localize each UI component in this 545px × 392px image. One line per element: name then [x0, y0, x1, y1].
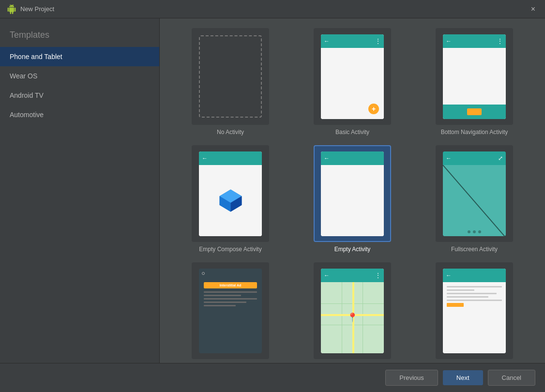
- basic-body: +: [321, 48, 384, 119]
- bottom-dots: [443, 230, 506, 233]
- thumb-google-maps: ← ⋮ 📍: [314, 262, 391, 359]
- empty-topbar: ←: [321, 151, 384, 165]
- template-empty-activity[interactable]: ← Empty Activity: [296, 145, 409, 253]
- template-empty-compose[interactable]: ← Empty Com: [174, 145, 287, 253]
- fullscreen-diagonal: [443, 165, 506, 236]
- dot-3: [478, 230, 481, 233]
- fullscreen-mockup: ← ⤢: [443, 151, 506, 236]
- thumb-scrolling: ←: [436, 262, 513, 359]
- template-label-fullscreen: Fullscreen Activity: [451, 246, 498, 253]
- sidebar-item-automotive[interactable]: Automotive: [0, 105, 159, 124]
- compose-cube-icon: [217, 187, 244, 214]
- thumb-empty-compose: ←: [192, 145, 269, 242]
- line-2: [204, 295, 241, 296]
- scrolling-topbar: ←: [443, 269, 506, 282]
- thumb-fullscreen: ← ⤢: [436, 145, 513, 242]
- menu-icon-3: ⋮: [375, 272, 381, 279]
- bottom-nav-topbar: ← ⋮: [443, 34, 506, 48]
- template-label-compose: Empty Compose Activity: [199, 246, 261, 253]
- scroll-line-5: [447, 300, 502, 301]
- scroll-line-2: [447, 289, 474, 291]
- content-area: No Activity ← ⋮ +: [160, 18, 545, 363]
- interstitial-ad-box: Interstitial Ad: [204, 282, 257, 288]
- back-icon-4: ←: [324, 155, 330, 162]
- title-bar: New Project ×: [0, 0, 545, 18]
- new-project-dialog: New Project × Templates Phone and Tablet…: [0, 0, 545, 392]
- grid-v-1: [342, 282, 342, 353]
- thumb-interstitial-ad: Interstitial Ad: [192, 262, 269, 359]
- map-body: 📍: [321, 282, 384, 353]
- template-label-basic: Basic Activity: [335, 129, 369, 136]
- templates-grid: No Activity ← ⋮ +: [174, 28, 530, 363]
- template-no-activity[interactable]: No Activity: [174, 28, 287, 136]
- map-topbar: ← ⋮: [321, 269, 384, 282]
- sidebar-item-wear-os[interactable]: Wear OS: [0, 66, 159, 86]
- dot-2: [473, 230, 476, 233]
- back-icon-7: ←: [446, 272, 452, 279]
- line-5: [204, 305, 236, 306]
- template-bottom-nav[interactable]: ← ⋮ Bottom Navigation Activity: [418, 28, 530, 136]
- dashed-outline: [199, 35, 262, 118]
- compose-mockup: ←: [199, 151, 262, 236]
- interstitial-mockup: Interstitial Ad: [199, 269, 262, 353]
- sidebar: Templates Phone and Tablet Wear OS Andro…: [0, 18, 160, 363]
- template-basic-activity[interactable]: ← ⋮ + Basic Activity: [296, 28, 409, 136]
- back-icon-5: ←: [446, 155, 452, 162]
- next-button[interactable]: Next: [443, 370, 483, 385]
- phone-basic: ← ⋮ +: [321, 34, 384, 119]
- interstitial-lines: [199, 288, 262, 308]
- line-4: [204, 302, 246, 303]
- template-fullscreen[interactable]: ← ⤢: [418, 145, 530, 253]
- scroll-line-4: [447, 296, 488, 298]
- thumb-bottom-nav: ← ⋮: [436, 28, 513, 125]
- grid-v-2: [363, 282, 363, 353]
- svg-line-4: [443, 165, 506, 236]
- compose-topbar: ←: [199, 151, 262, 165]
- dialog-title: New Project: [20, 5, 54, 13]
- template-interstitial-ad[interactable]: Interstitial Ad Interstitial Ad: [174, 262, 287, 363]
- previous-button[interactable]: Previous: [385, 370, 438, 386]
- map-pin: 📍: [347, 313, 358, 323]
- thumb-no-activity: [192, 28, 269, 125]
- line-1: [204, 291, 257, 293]
- diagonal-svg: [443, 165, 506, 236]
- cancel-button[interactable]: Cancel: [488, 370, 535, 386]
- template-label-empty: Empty Activity: [334, 246, 371, 253]
- scrolling-mockup: ←: [443, 269, 506, 353]
- bottom-nav-body: [443, 48, 506, 105]
- empty-body: [321, 165, 384, 236]
- interstitial-dot: [202, 272, 205, 275]
- template-label-no-activity: No Activity: [217, 129, 244, 136]
- android-icon: [7, 4, 16, 14]
- sidebar-section-label: Templates: [0, 26, 159, 47]
- title-bar-left: New Project: [7, 4, 54, 14]
- scroll-line-1: [447, 286, 502, 287]
- bottom-bar: Previous Next Cancel: [0, 363, 545, 392]
- interstitial-topbar: [199, 269, 262, 278]
- scrolling-body: [443, 282, 506, 353]
- phone-empty: ←: [321, 151, 384, 236]
- thumb-basic-activity: ← ⋮ +: [314, 28, 391, 125]
- scroll-btn: [447, 303, 464, 307]
- main-content: Templates Phone and Tablet Wear OS Andro…: [0, 18, 545, 363]
- bottom-nav-bar: [443, 105, 506, 119]
- sidebar-item-android-tv[interactable]: Android TV: [0, 86, 159, 105]
- phone-bottom-nav: ← ⋮: [443, 34, 506, 119]
- template-google-maps[interactable]: ← ⋮ 📍: [296, 262, 409, 363]
- thumb-empty-activity: ←: [314, 145, 391, 242]
- menu-icon: ⋮: [375, 38, 381, 45]
- template-scrolling[interactable]: ← Scrolling Activit: [418, 262, 530, 363]
- fullscreen-topbar: ← ⤢: [443, 151, 506, 165]
- fullscreen-icon: ⤢: [498, 155, 503, 162]
- back-icon-6: ←: [324, 272, 330, 279]
- fab-button: +: [368, 104, 379, 114]
- back-icon: ←: [324, 38, 330, 45]
- back-icon-3: ←: [202, 155, 208, 162]
- map-mockup: ← ⋮ 📍: [321, 269, 384, 353]
- back-icon-2: ←: [446, 38, 452, 45]
- dot-1: [468, 230, 470, 233]
- sidebar-item-phone-tablet[interactable]: Phone and Tablet: [0, 47, 159, 66]
- nav-indicator: [467, 108, 482, 115]
- close-button[interactable]: ×: [528, 4, 538, 14]
- menu-icon-2: ⋮: [497, 38, 503, 45]
